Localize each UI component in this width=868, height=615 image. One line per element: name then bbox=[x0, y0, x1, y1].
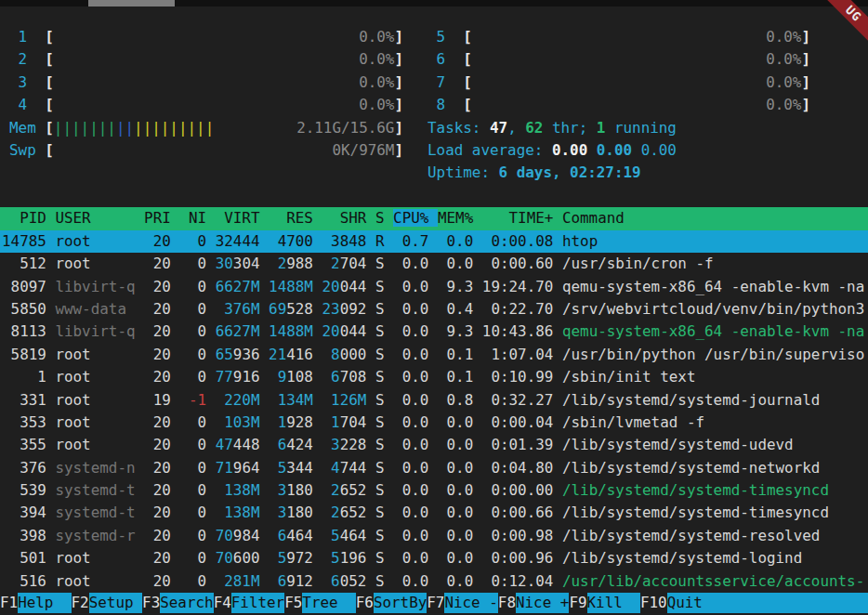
cell-cpu: 0.0 bbox=[393, 278, 428, 295]
process-row[interactable]: 353 root 20 0 103M 1928 1704 S 0.0 0.0 0… bbox=[0, 412, 868, 434]
threads-count: 62 bbox=[525, 119, 543, 137]
cpu-meter-8: 8[0.0%] bbox=[427, 94, 810, 116]
column-separator bbox=[385, 209, 394, 227]
cell-user: systemd-t bbox=[55, 481, 135, 499]
process-row[interactable]: 331 root 19 -1 220M 134M 126M S 0.0 0.8 … bbox=[0, 389, 868, 412]
column-header-shr[interactable]: SHR bbox=[322, 209, 367, 227]
fnkey-label: F2 bbox=[72, 593, 89, 613]
cell-time: 0:10.99 bbox=[482, 368, 554, 386]
cell-res: 528 bbox=[286, 300, 313, 318]
memory-pipe-green: | bbox=[62, 119, 72, 137]
cell-virt: 6627M bbox=[216, 278, 260, 295]
column-header-user[interactable]: USER bbox=[55, 209, 135, 227]
scrollbar-thumb[interactable] bbox=[88, 0, 175, 7]
column-header-res[interactable]: RES bbox=[269, 209, 313, 227]
cell-mem: 0.0 bbox=[438, 255, 473, 272]
load-label: Load average: bbox=[427, 141, 552, 159]
process-row[interactable]: 8097 libvirt-q 20 0 6627M 1488M 20044 S … bbox=[0, 276, 868, 298]
process-row[interactable]: 394 systemd-t 20 0 138M 3180 2652 S 0.0 … bbox=[0, 502, 868, 524]
cell-res: 700 bbox=[286, 232, 313, 250]
fnkey-action: Quit bbox=[667, 593, 868, 613]
process-row[interactable]: 501 root 20 0 70600 5972 5196 S 0.0 0.0 … bbox=[0, 547, 868, 569]
cell-pri: 20 bbox=[144, 346, 171, 363]
cell-res: 5 bbox=[269, 459, 286, 477]
cell-shr: 000 bbox=[340, 346, 367, 363]
fnkey-f1[interactable]: F1Help bbox=[0, 593, 72, 613]
cell-res: 6 bbox=[269, 572, 286, 590]
fnkey-f5[interactable]: F5Tree bbox=[284, 593, 356, 613]
memory-pipe-yellow: | bbox=[134, 119, 143, 137]
process-row[interactable]: 398 systemd-r 20 0 70984 6464 5464 S 0.0… bbox=[0, 525, 868, 547]
right-header-column: 5[0.0%] 6[0.0%] 7[0.0%] 8[0.0%] Tasks: 4… bbox=[427, 26, 810, 185]
process-row[interactable]: 539 systemd-t 20 0 138M 3180 2652 S 0.0 … bbox=[0, 479, 868, 502]
process-row[interactable]: 512 root 20 0 30304 2988 2704 S 0.0 0.0 … bbox=[0, 253, 868, 275]
cell-res: 134M bbox=[269, 391, 313, 409]
cell-shr: 6 bbox=[322, 572, 340, 590]
cell-state: S bbox=[375, 504, 385, 521]
column-header-ni[interactable]: NI bbox=[179, 209, 206, 227]
cpu-meter-7: 7[0.0%] bbox=[427, 72, 810, 94]
cell-time: 0:04.80 bbox=[482, 459, 554, 477]
cell-mem: 0.1 bbox=[438, 346, 473, 363]
cpu-meter-value: 0.0% bbox=[766, 94, 801, 116]
cell-res: 1 bbox=[269, 413, 286, 431]
cell-state: S bbox=[375, 346, 385, 363]
fnkey-f10[interactable]: F10Quit bbox=[640, 593, 868, 613]
column-header-time[interactable]: TIME+ bbox=[482, 209, 554, 227]
column-header-mem[interactable]: MEM% bbox=[438, 209, 473, 227]
cell-time: 0:00.04 bbox=[482, 413, 554, 431]
column-header-pid[interactable]: PID bbox=[2, 209, 46, 227]
cell-command: /lib/systemd/systemd-networkd bbox=[562, 459, 820, 477]
cell-res: 21 bbox=[269, 346, 286, 363]
column-header-cpu[interactable]: CPU% bbox=[393, 209, 438, 227]
cell-time: 0:00.98 bbox=[482, 527, 554, 544]
load-5min: 0.00 bbox=[597, 141, 641, 159]
cpu-meter-value: 0.0% bbox=[359, 94, 394, 116]
process-row[interactable]: 1 root 20 0 77916 9108 6708 S 0.0 0.1 0:… bbox=[0, 366, 868, 388]
column-header-virt[interactable]: VIRT bbox=[216, 209, 260, 227]
process-row[interactable]: 5819 root 20 0 65936 21416 8000 S 0.0 0.… bbox=[0, 344, 868, 366]
column-header-pri[interactable]: PRI bbox=[144, 209, 171, 227]
fnkey-f8[interactable]: F8Nice + bbox=[498, 593, 570, 613]
cell-state: R bbox=[375, 232, 385, 250]
column-separator bbox=[366, 209, 375, 227]
swap-meter: Swp[0K/976M] bbox=[9, 139, 403, 162]
cpu-meter-1: 1[0.0%] bbox=[9, 26, 403, 48]
column-header-command[interactable]: Command bbox=[562, 209, 625, 227]
process-row[interactable]: 516 root 20 0 281M 6912 6052 S 0.0 0.0 0… bbox=[0, 570, 868, 593]
fnkey-f3[interactable]: F3Search bbox=[142, 593, 214, 613]
cell-cpu: 0.0 bbox=[393, 549, 428, 567]
cell-pid: 394 bbox=[2, 504, 46, 521]
cell-command: /lib/systemd/systemd-journald bbox=[562, 391, 820, 409]
cell-ni: 0 bbox=[179, 527, 206, 544]
column-header-s[interactable]: S bbox=[375, 209, 385, 227]
meter-open-bracket: [ bbox=[463, 48, 472, 71]
cell-time: 0:00.66 bbox=[482, 504, 554, 521]
process-row[interactable]: 8113 libvirt-q 20 0 6627M 1488M 20044 S … bbox=[0, 321, 868, 343]
fnkey-f2[interactable]: F2Setup bbox=[72, 593, 143, 613]
uptime-label: Uptime: bbox=[427, 164, 499, 181]
process-row[interactable]: 14785 root 20 0 32444 4700 3848 R 0.7 0.… bbox=[0, 230, 868, 253]
cell-state: S bbox=[375, 481, 385, 499]
cell-res: 344 bbox=[286, 459, 313, 477]
process-row[interactable]: 5850 www-data 20 0 376M 69528 23092 S 0.… bbox=[0, 298, 868, 321]
cell-virt: 964 bbox=[233, 459, 260, 477]
column-separator bbox=[553, 209, 562, 227]
cpu-meter-label: 6 bbox=[427, 48, 463, 71]
fnkey-f4[interactable]: F4Filter bbox=[214, 593, 285, 613]
cell-shr: 092 bbox=[340, 300, 367, 318]
fnkey-f9[interactable]: F9Kill bbox=[569, 593, 640, 613]
process-row[interactable]: 355 root 20 0 47448 6424 3228 S 0.0 0.0 … bbox=[0, 434, 868, 456]
cell-mem: 0.0 bbox=[438, 572, 473, 590]
cell-virt: 103M bbox=[216, 413, 260, 431]
cell-cpu: 0.0 bbox=[393, 322, 428, 340]
load-1min: 0.00 bbox=[552, 141, 597, 159]
cell-time: 0:22.70 bbox=[482, 300, 554, 318]
cell-res: 4 bbox=[269, 232, 286, 250]
process-row[interactable]: 376 systemd-n 20 0 71964 5344 4744 S 0.0… bbox=[0, 457, 868, 479]
fnkey-f7[interactable]: F7Nice - bbox=[427, 593, 498, 613]
cell-shr: 652 bbox=[340, 481, 367, 499]
fnkey-f6[interactable]: F6SortBy bbox=[356, 593, 427, 613]
cell-pri: 20 bbox=[144, 300, 171, 318]
cell-ni: 0 bbox=[179, 481, 206, 499]
